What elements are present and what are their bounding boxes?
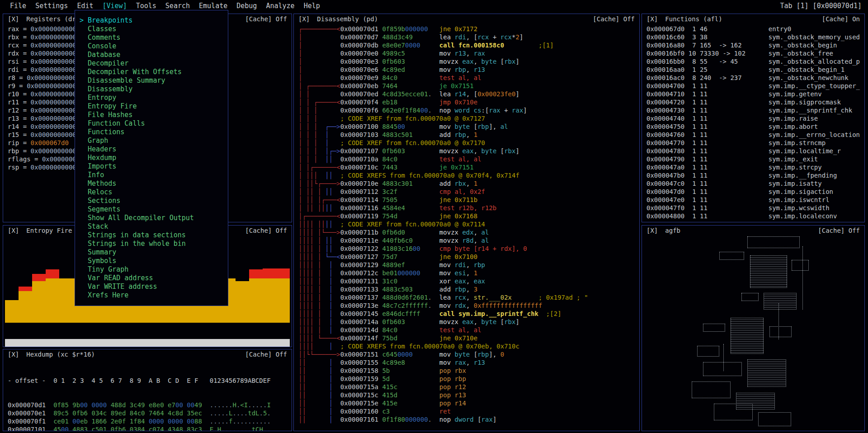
- view-menu-item-headers[interactable]: Headers: [75, 145, 228, 154]
- disasm-line[interactable]: │ ┌───────<0x000070eb 7464je 0x7151: [298, 82, 635, 90]
- view-menu-item-symbols[interactable]: Symbols: [75, 257, 228, 265]
- view-menu-item-breakpoints[interactable]: > Breakpoints: [75, 16, 228, 25]
- function-row[interactable]: 0x00016bb0 8 55 -> 45 sym._obstack_alloc…: [646, 57, 860, 66]
- hexdump-row[interactable]: 0x000070e1 89c5 0fb6 034c 89ed 84c0 7464…: [8, 409, 287, 417]
- disasm-line[interactable]: │ │││ ││; CODE XREFS from fcn.000070a0 @…: [298, 171, 635, 179]
- view-menu-item-imports[interactable]: Imports: [75, 162, 228, 171]
- disasm-line[interactable]: ││││ │ │0x0000714a 0fb603movzx eax, byte…: [298, 318, 635, 326]
- disasm-line[interactable]: ││ │0x00007158 5bpop rbx: [298, 367, 635, 375]
- disasm-line[interactable]: ││└└──────>0x00007151 c6450000mov byte […: [298, 350, 635, 358]
- disasm-line[interactable]: │0x000070e3 0fb603movzx eax, byte [rbx]: [298, 57, 635, 66]
- disasm-line[interactable]: │ ││ │ ││0x00007112 3c2fcmp al, 0x2f: [298, 188, 635, 196]
- function-row[interactable]: 0x00004770 1 11 sym.imp.strncmp: [646, 139, 860, 147]
- hexdump-row[interactable]: 0x000070f1 ce01 00eb 1866 2e0f 1f84 0000…: [8, 417, 287, 425]
- disasm-line[interactable]: ││ │0x0000715e 415epop r14: [298, 399, 635, 407]
- cache-toggle[interactable]: [Cache] Off: [245, 15, 287, 23]
- view-menu-item-database[interactable]: Database: [75, 51, 228, 59]
- function-row[interactable]: 0x00016ac0 8 240 -> 237 sym._obstack_new…: [646, 74, 860, 82]
- view-menu-item-entropy[interactable]: Entropy: [75, 94, 228, 102]
- disasm-line[interactable]: ││││ │ │0x00007137 488d0d6f2601.lea rcx,…: [298, 293, 635, 301]
- view-menu-item-disassemble-summary[interactable]: Disassemble Summary: [75, 76, 228, 85]
- view-menu-item-segments[interactable]: Segments: [75, 205, 228, 214]
- view-menu-item-disassembly[interactable]: Disassembly: [75, 85, 228, 94]
- disasm-line[interactable]: │ ││└┌────>0x0000710e 4883c301add rbx, 1: [298, 179, 635, 188]
- panel-close-button[interactable]: [X]: [8, 351, 19, 358]
- disasm-line[interactable]: ││││ │ │0x0000714d 84c0test al, al: [298, 326, 635, 334]
- disasm-line[interactable]: │ │ │ │0x00007103 4883c501add rbp, 1: [298, 131, 635, 139]
- cache-toggle[interactable]: [Cache] Off: [818, 227, 860, 234]
- function-row[interactable]: 0x00004700 1 11 sym.imp.__ctype_toupper_: [646, 82, 860, 90]
- view-menu-item-stack[interactable]: Stack: [75, 222, 228, 231]
- view-menu-item-summary[interactable]: Summary: [75, 248, 228, 257]
- disasm-line[interactable]: ││││ │ │0x0000712c be01000000mov esi, 1: [298, 269, 635, 277]
- view-menu-item-functions[interactable]: Functions: [75, 128, 228, 136]
- disasm-line[interactable]: ││││ │ │0x00007129 4889efmov rdi, rbp: [298, 261, 635, 269]
- disasm-line[interactable]: │ ││ │┌───<0x00007114 7505jne 0x711b: [298, 196, 635, 204]
- function-row[interactable]: 0x000047e0 1 11 sym.imp.iswcntrl: [646, 196, 860, 204]
- function-row[interactable]: 0x000047b0 1 11 sym.imp.__fpending: [646, 171, 860, 179]
- disasm-line[interactable]: ││ │0x00007159 5dpop rbp: [298, 375, 635, 383]
- disasm-line[interactable]: ││ │0x0000715a 415cpop r12: [298, 383, 635, 391]
- function-row[interactable]: 0x000047d0 1 11 sym.imp.sigaction: [646, 188, 860, 196]
- disasm-line[interactable]: │ │ │ │; CODE XREF from fcn.000070a0 @ 0…: [298, 139, 635, 147]
- function-row[interactable]: 0x00016bf0 10 73330 -> 102 sym._obstack_…: [646, 49, 860, 57]
- menubar-item-view[interactable]: [View]: [103, 2, 127, 10]
- disasm-line[interactable]: ││ │0x00007160 c3ret: [298, 407, 635, 415]
- function-row[interactable]: 0x00004800 1 11 sym.imp.localeconv: [646, 212, 860, 220]
- disasm-line[interactable]: │ │ │ ┌──>0x00007100 884500mov byte [rbp…: [298, 122, 635, 131]
- disasm-line[interactable]: ││││ │; CODE XREFS from fcn.000070a0 @ 0…: [298, 342, 635, 350]
- function-row[interactable]: 0x00004790 1 11 sym.imp._exit: [646, 155, 860, 163]
- disasm-line[interactable]: │ │ │ │┌─>0x00007107 0fb603movzx eax, by…: [298, 147, 635, 155]
- view-menu-item-show-all-decompiler-output[interactable]: Show All Decompiler Output: [75, 214, 228, 222]
- disasm-line[interactable]: ││││ │ │0x00007131 31c0xor eax, eax: [298, 277, 635, 285]
- disasm-line[interactable]: ││││ ││││; CODE XREF from fcn.000070a0 @…: [298, 220, 635, 228]
- function-row[interactable]: 0x00016a80 7 165 -> 162 sym._obstack_beg…: [646, 41, 860, 49]
- function-row[interactable]: 0x00004730 1 11 sym.imp.__snprintf_chk: [646, 106, 860, 114]
- view-menu-item-comments[interactable]: Comments: [75, 33, 228, 42]
- disasm-line[interactable]: ││││ │ │0x0000713e 48c7c2ffffff.mov rdx,…: [298, 301, 635, 310]
- panel-close-button[interactable]: [X]: [646, 15, 658, 23]
- panel-close-button[interactable]: [X]: [298, 15, 310, 23]
- view-menu-item-decompiler-with-offsets[interactable]: Decompiler With Offsets: [75, 68, 228, 76]
- panel-close-button[interactable]: [X]: [646, 227, 658, 234]
- disasm-line[interactable]: │ │ ┌─────<0x000070f4 eb18jmp 0x710e: [298, 98, 635, 106]
- disasm-line[interactable]: │0x000070db e8e0e70000call fcn.000158c0 …: [298, 41, 635, 49]
- cache-toggle[interactable]: [Cache] Off: [245, 351, 287, 358]
- view-menu-item-graph[interactable]: Graph: [75, 136, 228, 145]
- disasm-line[interactable]: │ ││ ││││0x00007116 4584e4test r12b, r12…: [298, 204, 635, 212]
- disasm-line[interactable]: ┌─────────<0x000070d1 0f859b000000jne 0x…: [298, 25, 635, 33]
- function-row[interactable]: 0x00004720 1 11 sym.imp.sigprocmask: [646, 98, 860, 106]
- function-row[interactable]: 0x00004740 1 11 sym.imp.raise: [646, 114, 860, 122]
- disasm-line[interactable]: │ │┌──────<0x0000710c 7443je 0x7151: [298, 163, 635, 171]
- disasm-line[interactable]: │0x000070e6 4c89edmov rbp, r13: [298, 66, 635, 74]
- disasm-line[interactable]: │ │ │; CODE XREF from fcn.000070a0 @ 0x7…: [298, 114, 635, 122]
- function-row[interactable]: 0x00004780 1 11 sym.imp.localtime_r: [646, 147, 860, 155]
- menubar-item-analyze[interactable]: Analyze: [266, 2, 294, 10]
- disasm-line[interactable]: ││││ └────<0x0000714f 75bdjne 0x710e: [298, 334, 635, 342]
- view-menu-item-info[interactable]: Info: [75, 171, 228, 179]
- disasm-line[interactable]: ││││ │ │0x00007145 e846dcffffcall sym.im…: [298, 310, 635, 318]
- view-menu-item-strings-in-the-whole-bin[interactable]: Strings in the whole bin: [75, 240, 228, 248]
- function-row[interactable]: 0x00016c60 3 38 sym._obstack_memory_used: [646, 33, 860, 41]
- function-row[interactable]: 0x000047f0 1 11 sym.imp.wcswidth: [646, 204, 860, 212]
- view-menu-item-relocs[interactable]: Relocs: [75, 188, 228, 197]
- function-row[interactable]: 0x00004710 1 11 sym.imp.getenv: [646, 90, 860, 98]
- menubar-item-file[interactable]: File: [10, 2, 26, 10]
- menubar-item-settings[interactable]: Settings: [35, 2, 68, 10]
- disasm-line[interactable]: ││││ │└───>0x0000711b 0fb6d0movzx edx, a…: [298, 228, 635, 236]
- menubar-item-debug[interactable]: Debug: [236, 2, 257, 10]
- function-row[interactable]: 0x000047a0 1 11 sym.imp.strcpy: [646, 163, 860, 171]
- tab-indicator[interactable]: Tab [1] [0x000070d1]: [780, 0, 862, 12]
- view-menu-item-decompiler[interactable]: Decompiler: [75, 59, 228, 68]
- view-menu-item-file-hashes[interactable]: File Hashes: [75, 111, 228, 119]
- view-menu-item-var-read-address[interactable]: Var READ address: [75, 274, 228, 282]
- hexdump-row[interactable]: 0x00007101 4500 4883 c501 0fb6 0384 c074…: [8, 425, 287, 431]
- menubar-item-tools[interactable]: Tools: [136, 2, 156, 10]
- cache-toggle[interactable]: [Cache] Off: [593, 15, 635, 23]
- menubar-item-help[interactable]: Help: [304, 2, 320, 10]
- disasm-line[interactable]: ││││ │ │0x00007133 4883c503add rbp, 3: [298, 285, 635, 293]
- view-menu-item-xrefs-here[interactable]: Xrefs Here: [75, 291, 228, 300]
- disasm-line[interactable]: ││ │0x00007155 4c89e8mov rax, r13: [298, 358, 635, 367]
- disasm-line[interactable]: │ │ │ ││0x0000710a 84c0test al, al: [298, 155, 635, 163]
- disasm-line[interactable]: ││││ │ ││0x00007122 41803c1600cmp byte […: [298, 245, 635, 253]
